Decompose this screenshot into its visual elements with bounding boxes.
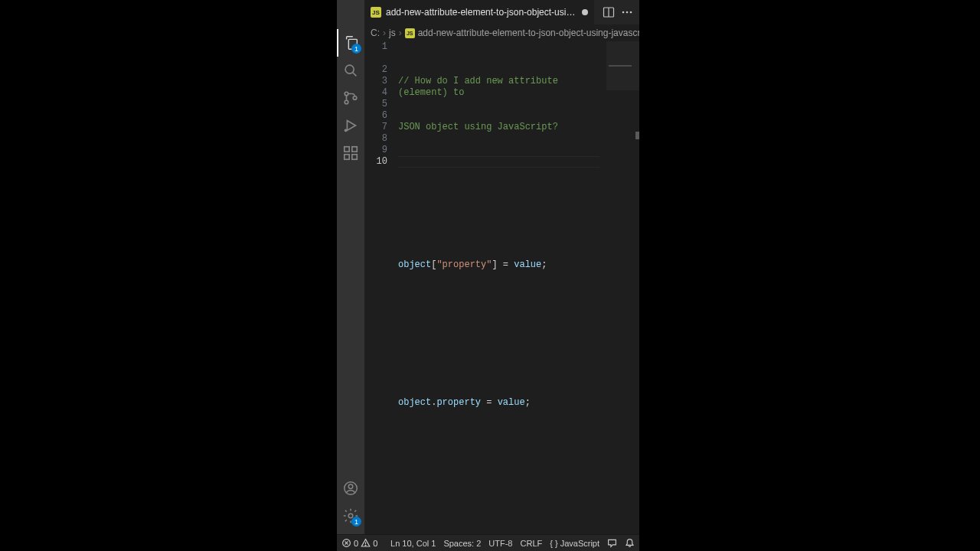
activity-bar: 1 1: [337, 24, 364, 534]
chevron-right-icon: ›: [399, 28, 402, 38]
chevron-right-icon: ›: [383, 28, 386, 38]
main-col-top: JS add-new-attribute-element-to-json-obj…: [364, 0, 639, 24]
code-token: ]: [492, 259, 497, 270]
tab-bar: JS add-new-attribute-element-to-json-obj…: [364, 0, 639, 24]
accounts-icon[interactable]: [337, 474, 364, 502]
breadcrumb-filename[interactable]: add-new-attribute-element-to-json-object…: [418, 28, 639, 38]
status-language-label: JavaScript: [560, 539, 599, 548]
braces-icon: { }: [550, 539, 557, 548]
svg-point-17: [348, 484, 353, 489]
svg-point-3: [626, 11, 629, 14]
svg-rect-15: [352, 147, 357, 152]
search-icon[interactable]: [337, 57, 364, 84]
settings-gear-icon[interactable]: 1: [337, 502, 364, 530]
editor-column: C: › js › JS add-new-attribute-element-t…: [364, 24, 639, 534]
breadcrumb-seg-folder[interactable]: js: [389, 28, 396, 38]
svg-line-6: [353, 73, 357, 77]
code-comment: JSON object using JavaScript?: [398, 122, 558, 132]
line-number-gutter: 1 2 3 4 5 6 7 8 9 10: [364, 41, 398, 534]
error-icon: [341, 538, 351, 548]
status-bar-right: Ln 10, Col 1 Spaces: 2 UTF-8 CRLF { } Ja…: [390, 538, 635, 548]
status-bar-left: 0 0: [341, 538, 377, 548]
svg-point-8: [345, 100, 348, 104]
code-token: =: [498, 259, 514, 270]
settings-badge: 1: [351, 517, 361, 527]
code-area[interactable]: // How do I add new attribute (element) …: [398, 41, 639, 534]
activity-bar-top-slice: [337, 0, 364, 24]
code-comment: // How do I add new attribute (element) …: [398, 76, 564, 98]
body-row: 1 1: [337, 24, 639, 534]
svg-point-23: [365, 545, 366, 546]
code-token: object: [398, 259, 431, 270]
status-bar: 0 0 Ln 10, Col 1 Spaces: 2 UTF-8 CRLF { …: [337, 534, 639, 551]
run-debug-icon[interactable]: [337, 112, 364, 139]
status-cursor-position[interactable]: Ln 10, Col 1: [390, 539, 436, 548]
error-count: 0: [354, 539, 358, 548]
tab-filename: add-new-attribute-element-to-json-object…: [386, 7, 577, 18]
tab-active[interactable]: JS add-new-attribute-element-to-json-obj…: [364, 0, 595, 24]
minimap[interactable]: [606, 41, 639, 90]
status-indentation[interactable]: Spaces: 2: [443, 539, 481, 548]
svg-rect-14: [352, 155, 357, 159]
svg-point-11: [345, 129, 348, 132]
code-token: ;: [525, 397, 531, 408]
svg-rect-12: [345, 147, 349, 152]
status-language[interactable]: { } JavaScript: [550, 539, 599, 548]
code-token: ;: [541, 259, 547, 270]
svg-marker-10: [347, 121, 355, 131]
feedback-icon: [607, 538, 617, 548]
js-file-icon: JS: [405, 28, 415, 38]
overview-ruler-marker: [635, 132, 639, 139]
status-eol[interactable]: CRLF: [521, 539, 543, 548]
explorer-icon[interactable]: 1: [337, 29, 364, 57]
bell-icon: [625, 538, 635, 548]
svg-point-2: [622, 11, 625, 14]
tab-dirty-indicator: [582, 9, 588, 15]
split-editor-icon[interactable]: [603, 6, 615, 18]
js-file-icon: JS: [371, 7, 381, 18]
svg-point-5: [345, 65, 354, 73]
code-token: =: [481, 397, 498, 408]
explorer-badge: 1: [351, 44, 361, 54]
breadcrumb-seg-drive[interactable]: C:: [371, 28, 380, 38]
svg-point-9: [353, 96, 357, 100]
status-feedback[interactable]: [607, 538, 617, 548]
code-token: "property": [436, 259, 492, 270]
svg-rect-13: [345, 155, 349, 159]
code-token: value: [498, 397, 525, 408]
status-notifications[interactable]: [625, 538, 635, 548]
activity-bar-bottom: 1: [337, 474, 364, 530]
code-token: value: [514, 259, 541, 270]
warning-icon: [361, 538, 371, 548]
status-encoding[interactable]: UTF-8: [488, 539, 512, 548]
breadcrumb[interactable]: C: › js › JS add-new-attribute-element-t…: [364, 24, 639, 41]
svg-point-4: [630, 11, 632, 14]
status-problems[interactable]: 0 0: [341, 538, 377, 548]
code-token: object: [398, 397, 431, 408]
editor[interactable]: 1 2 3 4 5 6 7 8 9 10 // How do I add new…: [364, 41, 639, 534]
vscode-window: JS add-new-attribute-element-to-json-obj…: [337, 0, 639, 551]
source-control-icon[interactable]: [337, 84, 364, 112]
extensions-icon[interactable]: [337, 139, 364, 167]
warning-count: 0: [373, 539, 377, 548]
more-actions-icon[interactable]: [621, 6, 633, 18]
code-token: property: [436, 397, 481, 408]
svg-point-7: [345, 92, 348, 96]
top-row: JS add-new-attribute-element-to-json-obj…: [337, 0, 639, 24]
tab-actions: [596, 0, 639, 24]
